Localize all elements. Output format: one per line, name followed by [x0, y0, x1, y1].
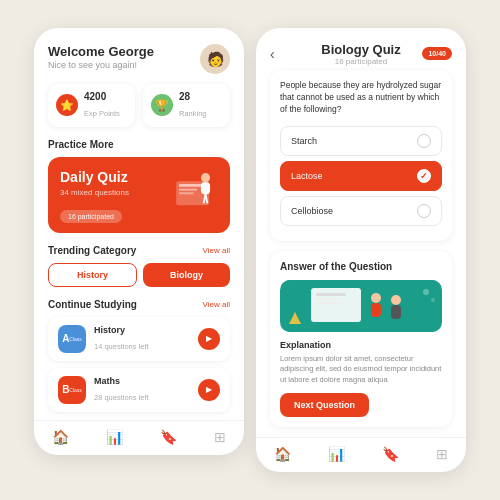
- quiz-badge: 16 participated: [60, 210, 122, 223]
- svg-point-19: [431, 298, 435, 302]
- question-box: People because they are hydrolyzed sugar…: [270, 70, 452, 241]
- option-lactose-label: Lactose: [291, 171, 323, 181]
- continue-title: Continue Studying: [48, 299, 137, 310]
- trending-header: Trending Category View all: [48, 245, 230, 256]
- welcome-block: Welcome George Nice to see you again!: [48, 44, 154, 70]
- study-maths: B Class Maths 28 questions left ▶: [48, 368, 230, 412]
- exp-card: ⭐ 4200 Exp Points: [48, 84, 135, 127]
- option-cellobiose-radio: [417, 204, 431, 218]
- quiz-illustration: [167, 163, 222, 218]
- explanation-text: Lorem ipsum dolor sit amet, consectetur …: [280, 354, 442, 386]
- svg-rect-11: [316, 298, 340, 300]
- answer-section: Answer of the Question: [270, 251, 452, 428]
- svg-rect-15: [371, 303, 381, 317]
- rank-icon: 🏆: [151, 94, 173, 116]
- daily-quiz-card[interactable]: Daily Quiz 34 mixed questions 16 partici…: [48, 157, 230, 233]
- next-question-button[interactable]: Next Question: [280, 393, 369, 417]
- option-starch-radio: [417, 134, 431, 148]
- svg-rect-3: [179, 192, 194, 194]
- back-button[interactable]: ‹: [270, 46, 275, 62]
- svg-point-18: [423, 289, 429, 295]
- quiz-header-text: Biology Quiz 16 participated: [321, 42, 400, 66]
- explanation-title: Explanation: [280, 340, 442, 350]
- svg-rect-17: [391, 305, 401, 319]
- nav-grid-right[interactable]: ⊞: [436, 446, 448, 462]
- practice-header: Practice More: [48, 139, 230, 150]
- quiz-name: Biology Quiz: [321, 42, 400, 57]
- history-detail: 14 questions left: [94, 342, 149, 351]
- nav-chart-left[interactable]: 📊: [106, 429, 123, 445]
- stats-row: ⭐ 4200 Exp Points 🏆 28 Ranking: [48, 84, 230, 127]
- svg-point-16: [391, 295, 401, 305]
- right-bottom-nav: 🏠 📊 🔖 ⊞: [256, 437, 466, 472]
- continue-header: Continue Studying View all: [48, 299, 230, 310]
- rank-card: 🏆 28 Ranking: [143, 84, 230, 127]
- right-header: ‹ Biology Quiz 16 participated 10/40: [270, 42, 452, 66]
- option-cellobiose-label: Cellobiose: [291, 206, 333, 216]
- left-bottom-nav: 🏠 📊 🔖 ⊞: [34, 420, 244, 455]
- nav-home-right[interactable]: 🏠: [274, 446, 291, 462]
- option-lactose-radio: [417, 169, 431, 183]
- avatar: 🧑: [200, 44, 230, 74]
- exp-value: 4200: [84, 91, 120, 102]
- rank-value: 28: [179, 91, 207, 102]
- exp-info: 4200 Exp Points: [84, 91, 120, 120]
- trending-title: Trending Category: [48, 245, 136, 256]
- trending-view-all[interactable]: View all: [203, 246, 230, 255]
- welcome-subtitle: Nice to see you again!: [48, 60, 154, 70]
- rank-label: Ranking: [179, 109, 207, 118]
- continue-view-all[interactable]: View all: [203, 300, 230, 309]
- svg-rect-12: [316, 302, 344, 304]
- maths-subject: Maths: [94, 376, 190, 386]
- maths-detail: 28 questions left: [94, 393, 149, 402]
- maths-play[interactable]: ▶: [198, 379, 220, 401]
- progress-badge: 10/40: [422, 47, 452, 60]
- quiz-participated: 16 participated: [321, 57, 400, 66]
- exp-icon: ⭐: [56, 94, 78, 116]
- history-info: History 14 questions left: [94, 325, 190, 353]
- nav-bookmark-right[interactable]: 🔖: [382, 446, 399, 462]
- welcome-title: Welcome George: [48, 44, 154, 59]
- category-row: History Biology: [48, 263, 230, 287]
- maths-info: Maths 28 questions left: [94, 376, 190, 404]
- history-subject: History: [94, 325, 190, 335]
- left-header: Welcome George Nice to see you again! 🧑: [48, 44, 230, 74]
- study-history: A Class History 14 questions left ▶: [48, 317, 230, 361]
- category-biology[interactable]: Biology: [143, 263, 230, 287]
- option-starch-label: Starch: [291, 136, 317, 146]
- nav-grid-left[interactable]: ⊞: [214, 429, 226, 445]
- history-play[interactable]: ▶: [198, 328, 220, 350]
- svg-rect-2: [179, 189, 197, 191]
- option-lactose[interactable]: Lactose: [280, 161, 442, 191]
- svg-point-14: [371, 293, 381, 303]
- right-phone: ‹ Biology Quiz 16 participated 10/40 Peo…: [256, 28, 466, 472]
- nav-home-left[interactable]: 🏠: [52, 429, 69, 445]
- category-history[interactable]: History: [48, 263, 137, 287]
- answer-illustration: [280, 280, 442, 332]
- option-cellobiose[interactable]: Cellobiose: [280, 196, 442, 226]
- history-icon: A Class: [58, 325, 86, 353]
- svg-rect-5: [201, 182, 210, 194]
- svg-rect-10: [316, 293, 346, 296]
- answer-title: Answer of the Question: [280, 261, 442, 272]
- rank-info: 28 Ranking: [179, 91, 207, 120]
- svg-point-4: [201, 173, 210, 182]
- nav-chart-right[interactable]: 📊: [328, 446, 345, 462]
- option-starch[interactable]: Starch: [280, 126, 442, 156]
- question-text: People because they are hydrolyzed sugar…: [280, 80, 442, 116]
- left-phone: Welcome George Nice to see you again! 🧑 …: [34, 28, 244, 455]
- maths-icon: B Class: [58, 376, 86, 404]
- nav-bookmark-left[interactable]: 🔖: [160, 429, 177, 445]
- practice-title: Practice More: [48, 139, 114, 150]
- exp-label: Exp Points: [84, 109, 120, 118]
